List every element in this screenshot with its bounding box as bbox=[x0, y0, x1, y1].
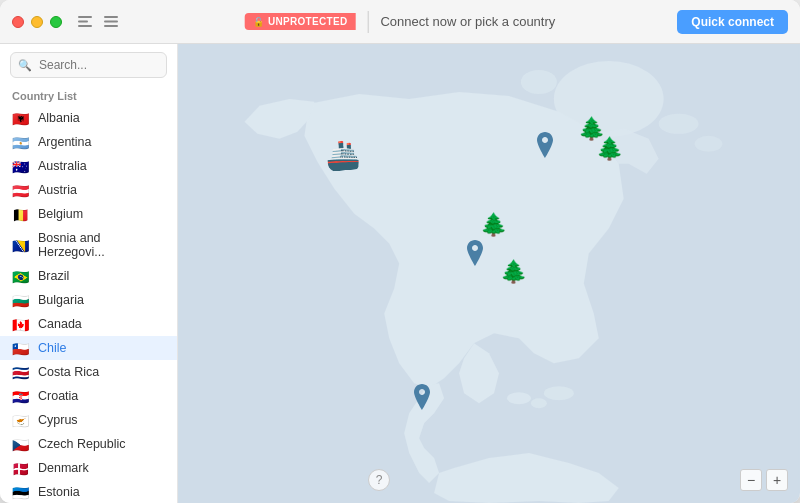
svg-rect-2 bbox=[78, 25, 92, 27]
svg-point-10 bbox=[531, 398, 547, 408]
svg-rect-5 bbox=[104, 25, 118, 27]
country-item[interactable]: 🇩🇰Denmark bbox=[0, 456, 177, 480]
country-flag: 🇧🇦 bbox=[12, 239, 30, 252]
country-name: Brazil bbox=[38, 269, 69, 283]
maximize-button[interactable] bbox=[50, 16, 62, 28]
search-wrapper: 🔍 bbox=[10, 52, 167, 78]
map-pin-1[interactable] bbox=[535, 132, 555, 162]
tree-icon-2: 🌲 bbox=[596, 136, 623, 162]
status-text: UNPROTECTED bbox=[268, 16, 347, 27]
map-controls: − + bbox=[740, 469, 788, 491]
search-box: 🔍 bbox=[10, 52, 167, 78]
status-badge: UNPROTECTED bbox=[245, 13, 356, 30]
search-icon: 🔍 bbox=[18, 59, 32, 72]
country-flag: 🇧🇪 bbox=[12, 208, 30, 221]
country-item[interactable]: 🇧🇷Brazil bbox=[0, 264, 177, 288]
minimize-button[interactable] bbox=[31, 16, 43, 28]
titlebar: UNPROTECTED Connect now or pick a countr… bbox=[0, 0, 800, 44]
map-svg bbox=[178, 44, 800, 503]
country-name: Czech Republic bbox=[38, 437, 126, 451]
country-flag: 🇨🇦 bbox=[12, 318, 30, 331]
country-item[interactable]: 🇦🇱Albania bbox=[0, 106, 177, 130]
help-button[interactable]: ? bbox=[368, 469, 390, 491]
country-flag: 🇦🇱 bbox=[12, 112, 30, 125]
country-item[interactable]: 🇨🇱Chile bbox=[0, 336, 177, 360]
country-flag: 🇨🇾 bbox=[12, 414, 30, 427]
country-list-header: Country List bbox=[0, 86, 177, 106]
sidebar: 🔍 Country List 🇦🇱Albania🇦🇷Argentina🇦🇺Aus… bbox=[0, 44, 178, 503]
submarine-icon: 🚢 bbox=[324, 138, 362, 174]
svg-point-11 bbox=[544, 386, 574, 400]
zoom-in-button[interactable]: + bbox=[766, 469, 788, 491]
country-name: Argentina bbox=[38, 135, 92, 149]
svg-point-12 bbox=[659, 114, 699, 134]
svg-rect-4 bbox=[104, 21, 118, 23]
country-name: Denmark bbox=[38, 461, 89, 475]
map-area: 🌲 🌲 🌲 🌲 🚢 ? − + bbox=[178, 44, 800, 503]
country-flag: 🇦🇹 bbox=[12, 184, 30, 197]
titlebar-center: UNPROTECTED Connect now or pick a countr… bbox=[245, 11, 556, 33]
country-name: Costa Rica bbox=[38, 365, 99, 379]
country-flag: 🇧🇬 bbox=[12, 294, 30, 307]
menu-icon[interactable] bbox=[102, 13, 120, 31]
country-name: Chile bbox=[38, 341, 67, 355]
main-content: 🔍 Country List 🇦🇱Albania🇦🇷Argentina🇦🇺Aus… bbox=[0, 44, 800, 503]
country-flag: 🇩🇰 bbox=[12, 462, 30, 475]
titlebar-icons bbox=[76, 13, 120, 31]
country-item[interactable]: 🇦🇹Austria bbox=[0, 178, 177, 202]
tree-icon-4: 🌲 bbox=[500, 259, 527, 285]
country-item[interactable]: 🇧🇬Bulgaria bbox=[0, 288, 177, 312]
country-item[interactable]: 🇨🇦Canada bbox=[0, 312, 177, 336]
country-name: Cyprus bbox=[38, 413, 78, 427]
svg-rect-0 bbox=[78, 16, 92, 18]
country-item[interactable]: 🇨🇾Cyprus bbox=[0, 408, 177, 432]
country-name: Bulgaria bbox=[38, 293, 84, 307]
country-name: Australia bbox=[38, 159, 87, 173]
tab-icon[interactable] bbox=[76, 13, 94, 31]
zoom-out-button[interactable]: − bbox=[740, 469, 762, 491]
svg-rect-3 bbox=[104, 16, 118, 18]
country-flag: 🇭🇷 bbox=[12, 390, 30, 403]
status-divider bbox=[367, 11, 368, 33]
country-name: Albania bbox=[38, 111, 80, 125]
country-name: Bosnia and Herzegovi... bbox=[38, 231, 165, 259]
app-window: UNPROTECTED Connect now or pick a countr… bbox=[0, 0, 800, 503]
svg-point-9 bbox=[507, 392, 531, 404]
traffic-lights bbox=[12, 16, 62, 28]
country-name: Canada bbox=[38, 317, 82, 331]
map-pin-2[interactable] bbox=[465, 240, 485, 270]
search-input[interactable] bbox=[10, 52, 167, 78]
country-item[interactable]: 🇨🇿Czech Republic bbox=[0, 432, 177, 456]
connect-prompt: Connect now or pick a country bbox=[380, 14, 555, 29]
country-item[interactable]: 🇧🇦Bosnia and Herzegovi... bbox=[0, 226, 177, 264]
tree-icon-3: 🌲 bbox=[480, 212, 507, 238]
country-flag: 🇧🇷 bbox=[12, 270, 30, 283]
svg-point-8 bbox=[521, 70, 557, 94]
svg-rect-1 bbox=[78, 21, 88, 23]
country-item[interactable]: 🇦🇺Australia bbox=[0, 154, 177, 178]
quick-connect-button[interactable]: Quick connect bbox=[677, 10, 788, 34]
country-flag: 🇦🇺 bbox=[12, 160, 30, 173]
svg-point-13 bbox=[695, 136, 723, 152]
country-name: Austria bbox=[38, 183, 77, 197]
country-flag: 🇪🇪 bbox=[12, 486, 30, 499]
country-item[interactable]: 🇨🇷Costa Rica bbox=[0, 360, 177, 384]
country-name: Croatia bbox=[38, 389, 78, 403]
country-flag: 🇨🇿 bbox=[12, 438, 30, 451]
country-list: 🇦🇱Albania🇦🇷Argentina🇦🇺Australia🇦🇹Austria… bbox=[0, 106, 177, 503]
country-item[interactable]: 🇧🇪Belgium bbox=[0, 202, 177, 226]
country-flag: 🇦🇷 bbox=[12, 136, 30, 149]
country-item[interactable]: 🇦🇷Argentina bbox=[0, 130, 177, 154]
map-pin-3[interactable] bbox=[412, 384, 432, 414]
country-name: Estonia bbox=[38, 485, 80, 499]
country-flag: 🇨🇷 bbox=[12, 366, 30, 379]
country-item[interactable]: 🇭🇷Croatia bbox=[0, 384, 177, 408]
country-item[interactable]: 🇪🇪Estonia bbox=[0, 480, 177, 503]
close-button[interactable] bbox=[12, 16, 24, 28]
country-name: Belgium bbox=[38, 207, 83, 221]
country-flag: 🇨🇱 bbox=[12, 342, 30, 355]
